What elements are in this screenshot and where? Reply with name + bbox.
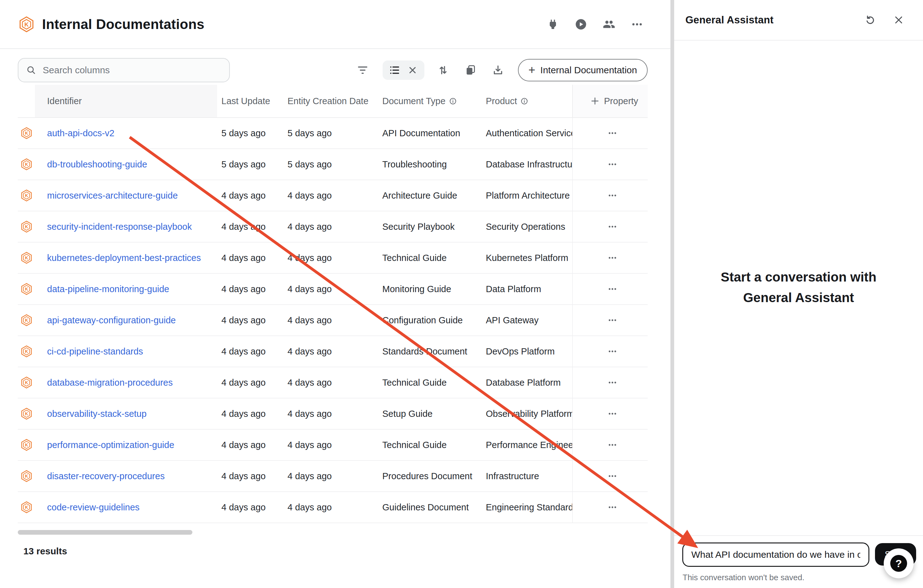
product-cell: Performance Engineering — [481, 430, 572, 460]
horizontal-scrollbar[interactable] — [18, 530, 192, 535]
more-icon — [606, 501, 619, 514]
assistant-message-input[interactable] — [682, 542, 869, 567]
row-more-button[interactable] — [601, 187, 623, 204]
table-row: K code-review-guidelines 4 days ago 4 da… — [18, 492, 648, 523]
table-row: K disaster-recovery-procedures 4 days ag… — [18, 461, 648, 492]
column-header-identifier[interactable]: Identifier — [35, 85, 217, 117]
identifier-link[interactable]: db-troubleshooting-guide — [47, 159, 147, 169]
last-update-cell: 4 days ago — [217, 430, 283, 460]
more-icon — [606, 283, 619, 295]
product-cell: API Gateway — [481, 305, 572, 335]
app-logo-icon: K — [18, 16, 35, 33]
document-type-cell: Technical Guide — [378, 430, 481, 460]
more-icon[interactable] — [630, 18, 644, 31]
filter-icon[interactable] — [355, 62, 370, 78]
entity-creation-date-cell: 5 days ago — [283, 118, 378, 148]
add-property-button[interactable]: Property — [572, 85, 648, 117]
table-row: K observability-stack-setup 4 days ago 4… — [18, 398, 648, 430]
table-row: K security-incident-response-playbook 4 … — [18, 211, 648, 243]
duplicate-icon[interactable] — [463, 62, 478, 78]
search-input[interactable] — [43, 65, 222, 76]
add-internal-documentation-button[interactable]: + Internal Documentation — [518, 59, 648, 81]
row-more-button[interactable] — [601, 156, 623, 173]
more-icon — [606, 251, 619, 264]
identifier-link[interactable]: kubernetes-deployment-best-practices — [47, 253, 201, 263]
table-row: K performance-optimization-guide 4 days … — [18, 430, 648, 461]
row-entity-icon: K — [20, 407, 33, 420]
last-update-cell: 5 days ago — [217, 149, 283, 179]
product-cell: Engineering Standards — [481, 492, 572, 522]
assistant-panel: General Assistant Start a conversation w… — [674, 0, 923, 588]
search-box[interactable] — [18, 58, 230, 82]
product-cell: Infrastructure — [481, 461, 572, 491]
identifier-link[interactable]: microservices-architecture-guide — [47, 191, 178, 201]
more-icon — [606, 407, 619, 420]
more-icon — [606, 220, 619, 233]
identifier-link[interactable]: auth-api-docs-v2 — [47, 128, 115, 138]
assistant-title: General Assistant — [685, 14, 774, 26]
identifier-link[interactable]: disaster-recovery-procedures — [47, 471, 165, 481]
product-cell: Platform Architecture — [481, 180, 572, 211]
last-update-cell: 4 days ago — [217, 461, 283, 491]
clear-view-icon[interactable] — [405, 62, 420, 78]
identifier-link[interactable]: database-migration-procedures — [47, 378, 173, 388]
row-more-button[interactable] — [601, 280, 623, 298]
row-more-button[interactable] — [601, 218, 623, 235]
row-entity-icon: K — [20, 251, 33, 264]
row-more-button[interactable] — [601, 436, 623, 453]
table-row: K auth-api-docs-v2 5 days ago 5 days ago… — [18, 118, 648, 149]
svg-text:K: K — [25, 442, 28, 447]
question-mark-icon: ? — [890, 555, 907, 572]
last-update-cell: 4 days ago — [217, 398, 283, 429]
more-icon — [606, 439, 619, 451]
identifier-link[interactable]: data-pipeline-monitoring-guide — [47, 284, 169, 294]
svg-text:K: K — [25, 505, 28, 510]
add-button-label: Internal Documentation — [540, 65, 637, 76]
reset-conversation-icon[interactable] — [862, 13, 876, 27]
panel-footer-divider — [674, 535, 923, 536]
panel-resize-handle[interactable] — [670, 0, 674, 588]
identifier-link[interactable]: ci-cd-pipeline-standards — [47, 347, 143, 356]
identifier-link[interactable]: security-incident-response-playbook — [47, 222, 192, 232]
table-row: K api-gateway-configuration-guide 4 days… — [18, 305, 648, 336]
plug-icon[interactable] — [546, 18, 560, 31]
identifier-link[interactable]: observability-stack-setup — [47, 409, 146, 419]
download-icon[interactable] — [491, 62, 506, 78]
row-entity-icon: K — [20, 126, 33, 140]
entity-creation-date-cell: 4 days ago — [283, 274, 378, 304]
column-header-product[interactable]: Product — [481, 85, 572, 117]
svg-text:K: K — [25, 411, 28, 416]
row-more-button[interactable] — [601, 467, 623, 485]
close-panel-icon[interactable] — [892, 13, 905, 27]
identifier-link[interactable]: api-gateway-configuration-guide — [47, 315, 176, 325]
row-more-button[interactable] — [601, 343, 623, 360]
identifier-link[interactable]: code-review-guidelines — [47, 502, 140, 512]
play-icon[interactable] — [574, 18, 588, 31]
more-icon — [606, 470, 619, 482]
document-type-cell: API Documentation — [378, 118, 481, 148]
sort-icon[interactable] — [435, 62, 451, 78]
row-more-button[interactable] — [601, 499, 623, 516]
product-cell: Data Platform — [481, 274, 572, 304]
identifier-link[interactable]: performance-optimization-guide — [47, 440, 174, 450]
help-button[interactable]: ? — [884, 549, 914, 578]
row-entity-icon: K — [20, 283, 33, 296]
svg-text:K: K — [25, 473, 28, 479]
more-icon — [606, 127, 619, 140]
list-view-icon[interactable] — [387, 62, 402, 78]
svg-text:K: K — [25, 255, 28, 260]
table-row: K ci-cd-pipeline-standards 4 days ago 4 … — [18, 336, 648, 367]
document-type-cell: Setup Guide — [378, 398, 481, 429]
row-more-button[interactable] — [601, 125, 623, 142]
row-more-button[interactable] — [601, 249, 623, 266]
product-cell: Authentication Service — [481, 118, 572, 148]
column-header-entity-creation-date[interactable]: Entity Creation Date — [283, 85, 378, 117]
people-icon[interactable] — [602, 18, 616, 31]
column-header-document-type[interactable]: Document Type — [378, 85, 481, 117]
row-more-button[interactable] — [601, 312, 623, 329]
row-more-button[interactable] — [601, 374, 623, 391]
row-more-button[interactable] — [601, 405, 623, 422]
row-entity-icon: K — [20, 376, 33, 389]
toolbar-actions: + Internal Documentation — [355, 59, 648, 81]
column-header-last-update[interactable]: Last Update — [217, 85, 283, 117]
